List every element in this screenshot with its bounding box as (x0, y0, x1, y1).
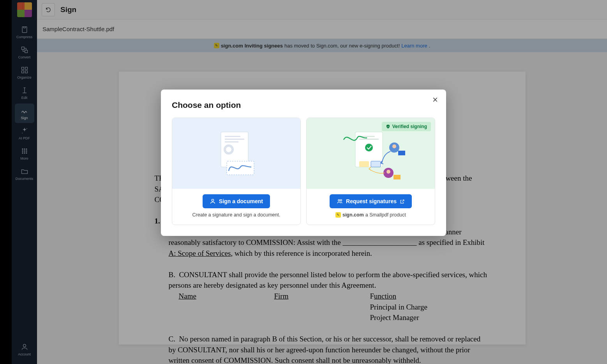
sign-illustration (172, 118, 300, 189)
shield-check-icon (386, 124, 390, 129)
svg-point-36 (386, 170, 390, 174)
option-request-signatures[interactable]: Verified signing Request signatures ✎ si… (306, 118, 435, 225)
svg-point-33 (392, 144, 396, 148)
svg-rect-21 (225, 139, 244, 140)
svg-point-38 (338, 199, 340, 201)
option-subtitle: Create a signature and sign a document. (192, 212, 281, 218)
users-icon (337, 198, 343, 204)
svg-point-25 (212, 199, 214, 201)
svg-rect-34 (398, 151, 405, 155)
request-signatures-button[interactable]: Request signatures (330, 194, 412, 208)
button-label: Sign a document (219, 198, 263, 204)
modal-overlay[interactable]: Choose an option Sign a document Create … (0, 0, 607, 364)
svg-point-39 (340, 199, 342, 201)
choose-option-modal: Choose an option Sign a document Create … (161, 90, 446, 236)
svg-rect-24 (227, 161, 254, 175)
request-illustration: Verified signing (307, 118, 435, 189)
option-sign-document[interactable]: Sign a document Create a signature and s… (172, 118, 301, 225)
signcom-logo-icon: ✎ (335, 212, 341, 218)
sign-document-button[interactable]: Sign a document (203, 194, 270, 208)
verified-badge: Verified signing (382, 122, 431, 131)
button-label: Request signatures (346, 198, 397, 204)
svg-rect-28 (359, 139, 379, 140)
svg-rect-20 (225, 136, 240, 137)
svg-rect-31 (371, 161, 381, 167)
svg-point-29 (365, 144, 373, 151)
external-link-icon (400, 199, 405, 204)
user-icon (210, 198, 216, 204)
modal-title: Choose an option (172, 100, 435, 110)
close-icon (432, 97, 438, 103)
svg-rect-37 (393, 175, 401, 179)
close-button[interactable] (431, 95, 440, 104)
svg-rect-22 (225, 141, 238, 142)
option-subtitle: ✎ sign.com a Smallpdf product (335, 212, 406, 218)
svg-rect-30 (359, 161, 369, 167)
